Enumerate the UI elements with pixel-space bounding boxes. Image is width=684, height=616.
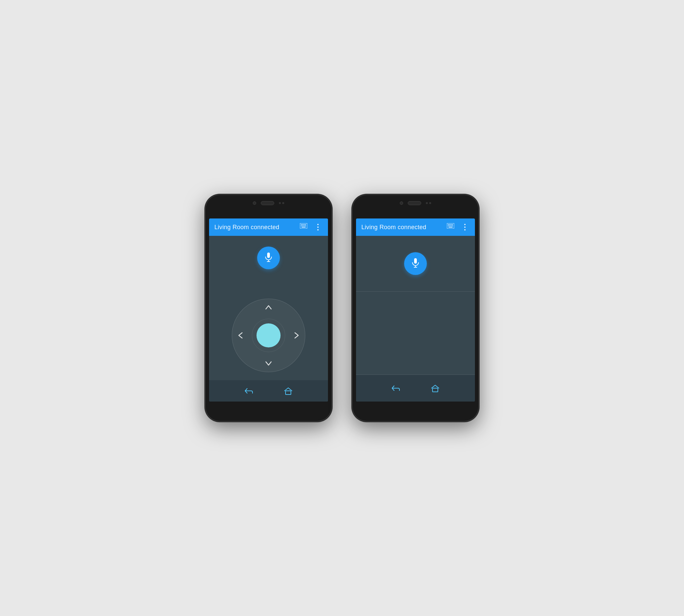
dot-4 — [429, 202, 431, 204]
phone-1: Living Room connected — [205, 194, 332, 422]
phone-screen-1: Living Room connected — [209, 218, 328, 401]
svg-rect-19 — [449, 224, 450, 225]
phone-shell-2: Living Room connected — [352, 194, 479, 422]
keyboard-icon-2[interactable] — [447, 222, 456, 232]
svg-rect-18 — [448, 224, 449, 225]
indicator-dots-1 — [279, 202, 284, 204]
svg-rect-25 — [452, 225, 453, 226]
screen-content-1 — [209, 236, 328, 401]
svg-rect-9 — [302, 227, 306, 227]
earpiece-speaker-1 — [261, 201, 274, 205]
split-panel-middle-2[interactable] — [356, 292, 475, 375]
app-bar-title-1: Living Room connected — [215, 224, 296, 231]
more-options-icon-2[interactable] — [460, 222, 469, 232]
app-bar-2: Living Room connected — [356, 218, 475, 236]
svg-rect-22 — [448, 225, 449, 226]
svg-rect-5 — [301, 225, 302, 226]
svg-rect-24 — [450, 225, 451, 226]
svg-point-11 — [317, 226, 318, 228]
mic-icon-2 — [412, 258, 419, 269]
home-button-2[interactable] — [431, 384, 440, 392]
dpad-down-button-1[interactable] — [263, 358, 274, 369]
indicator-dots-2 — [426, 202, 431, 204]
svg-point-27 — [464, 224, 466, 225]
home-button-1[interactable] — [284, 387, 292, 395]
more-options-icon-1[interactable] — [313, 222, 323, 232]
svg-point-28 — [464, 226, 466, 228]
svg-rect-2 — [302, 224, 303, 225]
split-panel-top-2 — [356, 236, 475, 292]
mic-button-1[interactable] — [257, 246, 280, 269]
app-bar-1: Living Room connected — [209, 218, 328, 236]
dot-3 — [426, 202, 428, 204]
phone-2: Living Room connected — [352, 194, 479, 422]
svg-rect-1 — [301, 224, 302, 225]
svg-point-29 — [464, 229, 466, 230]
bottom-nav-bar-2 — [356, 375, 475, 401]
svg-rect-21 — [452, 224, 453, 225]
app-bar-title-2: Living Room connected — [361, 224, 443, 231]
phone-screen-2: Living Room connected — [356, 218, 475, 401]
svg-rect-8 — [305, 225, 306, 226]
mic-section-1 — [257, 236, 280, 276]
mic-button-2[interactable] — [404, 252, 427, 275]
svg-rect-4 — [305, 224, 306, 225]
svg-rect-16 — [286, 391, 291, 395]
svg-rect-7 — [304, 225, 305, 226]
dpad-left-button-1[interactable] — [235, 330, 246, 341]
svg-point-12 — [317, 229, 318, 230]
back-button-1[interactable] — [244, 387, 253, 395]
svg-rect-23 — [449, 225, 450, 226]
svg-rect-3 — [304, 224, 305, 225]
svg-rect-20 — [450, 224, 451, 225]
keyboard-icon-1[interactable] — [300, 222, 309, 232]
dot-2 — [282, 202, 284, 204]
svg-rect-26 — [448, 227, 453, 227]
bottom-nav-bar-1 — [209, 380, 328, 401]
dot-1 — [279, 202, 281, 204]
phone-top-hardware-1 — [205, 201, 332, 205]
phone-shell-1: Living Room connected — [205, 194, 332, 422]
screen-content-2 — [356, 236, 475, 401]
svg-point-10 — [317, 224, 318, 225]
svg-rect-30 — [414, 258, 417, 264]
front-camera-2 — [400, 201, 403, 205]
phone-top-hardware-2 — [352, 201, 479, 205]
svg-rect-33 — [433, 388, 438, 392]
dpad-center-button-1[interactable] — [257, 323, 281, 347]
dpad-right-button-1[interactable] — [291, 330, 302, 341]
earpiece-speaker-2 — [408, 201, 421, 205]
svg-rect-13 — [267, 252, 270, 258]
back-button-2[interactable] — [392, 384, 400, 392]
svg-rect-6 — [302, 225, 303, 226]
mic-icon-1 — [265, 252, 272, 263]
dpad-up-button-1[interactable] — [263, 302, 274, 313]
dpad-container-1 — [232, 299, 305, 372]
front-camera-1 — [253, 201, 256, 205]
